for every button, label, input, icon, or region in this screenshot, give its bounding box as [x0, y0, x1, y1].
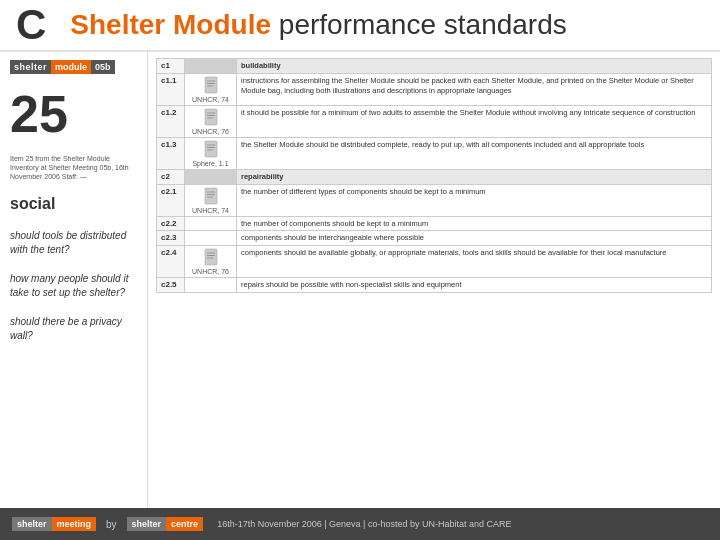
row-desc: components should be interchangeable whe… [237, 231, 712, 246]
svg-rect-12 [205, 188, 217, 204]
row-code: c1.3 [157, 137, 185, 169]
sidebar: shelter module 05b 25 Item 25 from the S… [0, 52, 148, 528]
row-code: c2.4 [157, 246, 185, 278]
doc-icon [203, 76, 219, 94]
main-content: shelter module 05b 25 Item 25 from the S… [0, 52, 720, 528]
row-ref: Sphere, 1.1 [185, 137, 237, 169]
footer-centre-label: centre [166, 517, 203, 531]
row-code: c2.3 [157, 231, 185, 246]
title-module: Shelter Module [70, 9, 271, 40]
row-ref [185, 231, 237, 246]
table-row: c2.5 repairs should be possible with non… [157, 278, 712, 293]
badge-shelter-label: shelter [10, 60, 51, 74]
row-code: c2.2 [157, 216, 185, 231]
row-ref [185, 216, 237, 231]
row-desc: repairs should be possible with non-spec… [237, 278, 712, 293]
table-row: c1.1 UNHCR, 74 instructions for assembli… [157, 73, 712, 105]
question-2: how many people should it take to set up… [10, 272, 137, 299]
svg-rect-4 [205, 109, 217, 125]
svg-rect-8 [205, 141, 217, 157]
section-c1-header: c1 buildability [157, 59, 712, 74]
footer-meeting-label: meeting [52, 517, 97, 531]
row-ref: UNHCR, 76 [185, 246, 237, 278]
question-3: should there be a privacy wall? [10, 315, 137, 342]
row-ref: UNHCR, 76 [185, 105, 237, 137]
item-number: 25 [10, 88, 137, 140]
standards-table: c1 buildability c1.1 UNHCR, 74 instructi… [156, 58, 712, 293]
meeting-badge: shelter meeting [12, 517, 96, 531]
table-row: c1.2 UNHCR, 76 it should be possible for… [157, 105, 712, 137]
row-code: c1.1 [157, 73, 185, 105]
item-info: Item 25 from the Shelter Module Inventor… [10, 154, 137, 181]
c2-code: c2 [157, 169, 185, 184]
table-row: c2.3 components should be interchangeabl… [157, 231, 712, 246]
footer-event-info: 16th-17th November 2006 | Geneva | co-ho… [217, 519, 511, 529]
category-label: social [10, 195, 137, 213]
centre-badge: shelter centre [127, 517, 204, 531]
row-ref [185, 278, 237, 293]
badge-module-label: module [51, 60, 91, 74]
footer-by: by [106, 519, 117, 530]
row-code: c2.1 [157, 184, 185, 216]
section-letter: C [16, 4, 46, 46]
table-row: c2.4 UNHCR, 76 components should be avai… [157, 246, 712, 278]
row-desc: the number of components should be kept … [237, 216, 712, 231]
c1-code: c1 [157, 59, 185, 74]
title-rest: performance standards [271, 9, 567, 40]
page-footer: shelter meeting by shelter centre 16th-1… [0, 508, 720, 540]
page-title: Shelter Module performance standards [70, 9, 566, 41]
module-badge: shelter module 05b [10, 60, 137, 74]
svg-rect-0 [205, 77, 217, 93]
svg-rect-16 [205, 249, 217, 265]
doc-icon [203, 248, 219, 266]
badge-num-label: 05b [91, 60, 115, 74]
row-desc: instructions for assembling the Shelter … [237, 73, 712, 105]
standards-table-area: c1 buildability c1.1 UNHCR, 74 instructi… [148, 52, 720, 528]
doc-icon [203, 108, 219, 126]
row-ref: UNHCR, 74 [185, 73, 237, 105]
row-desc: the number of different types of compone… [237, 184, 712, 216]
row-ref: UNHCR, 74 [185, 184, 237, 216]
footer-shelter2-label: shelter [127, 517, 167, 531]
table-row: c2.1 UNHCR, 74 the number of different t… [157, 184, 712, 216]
row-desc: it should be possible for a minimum of t… [237, 105, 712, 137]
row-code: c1.2 [157, 105, 185, 137]
question-1: should tools be distributed with the ten… [10, 229, 137, 256]
c2-title: repairability [237, 169, 712, 184]
table-row: c1.3 Sphere, 1.1 the Shelter Module shou… [157, 137, 712, 169]
row-code: c2.5 [157, 278, 185, 293]
table-row: c2.2 the number of components should be … [157, 216, 712, 231]
footer-shelter-label: shelter [12, 517, 52, 531]
row-desc: the Shelter Module should be distributed… [237, 137, 712, 169]
section-c2-header: c2 repairability [157, 169, 712, 184]
doc-icon [203, 140, 219, 158]
c1-title: buildability [237, 59, 712, 74]
doc-icon [203, 187, 219, 205]
page-header: C Shelter Module performance standards [0, 0, 720, 52]
row-desc: components should be available globally,… [237, 246, 712, 278]
